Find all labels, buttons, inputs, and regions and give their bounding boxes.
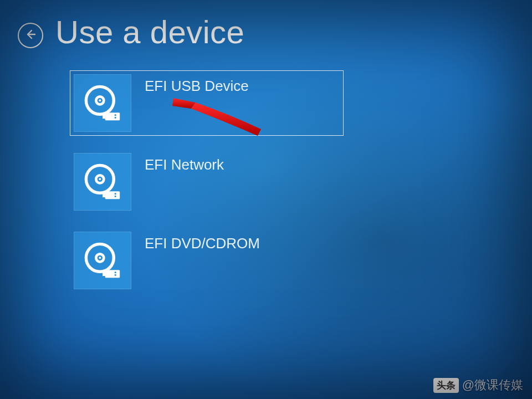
svg-rect-19: [103, 272, 105, 276]
svg-point-3: [99, 99, 101, 101]
svg-rect-7: [115, 117, 116, 119]
svg-rect-13: [115, 193, 116, 195]
svg-rect-4: [105, 112, 120, 120]
arrow-left-icon: [24, 28, 37, 43]
svg-rect-5: [103, 114, 105, 119]
svg-rect-14: [115, 196, 116, 197]
device-option-efi-dvdcdrom[interactable]: EFI DVD/CDROM: [70, 228, 344, 293]
svg-rect-18: [105, 270, 120, 278]
svg-rect-21: [115, 274, 116, 276]
disk-icon: [74, 153, 131, 211]
svg-rect-12: [103, 193, 105, 197]
watermark: 头条 @微课传媒: [433, 377, 523, 393]
device-label: EFI USB Device: [145, 78, 249, 95]
back-button[interactable]: [18, 23, 43, 48]
disk-icon: [74, 74, 131, 132]
watermark-badge: 头条: [433, 378, 459, 393]
device-label: EFI DVD/CDROM: [145, 235, 260, 252]
disk-icon: [74, 232, 131, 289]
watermark-text: @微课传媒: [462, 377, 523, 393]
device-label: EFI Network: [145, 156, 224, 173]
svg-rect-20: [115, 272, 116, 273]
device-list: EFI USB Device EFI Network: [70, 70, 344, 306]
device-option-efi-usb[interactable]: EFI USB Device: [70, 70, 344, 136]
page-title: Use a device: [55, 13, 244, 50]
device-option-efi-network[interactable]: EFI Network: [70, 149, 344, 214]
svg-rect-6: [115, 114, 116, 116]
svg-rect-11: [105, 191, 120, 199]
svg-point-17: [99, 257, 101, 259]
svg-point-10: [99, 178, 101, 180]
